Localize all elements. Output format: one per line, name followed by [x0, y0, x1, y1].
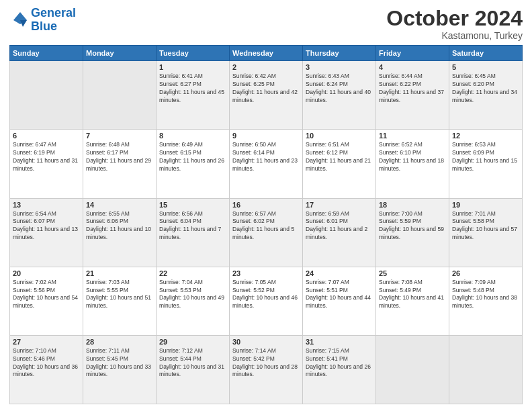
day-number: 12	[452, 132, 519, 140]
day-number: 4	[379, 63, 446, 71]
calendar-week-row: 1Sunrise: 6:41 AM Sunset: 6:27 PM Daylig…	[10, 61, 523, 130]
day-info: Sunrise: 7:09 AM Sunset: 5:48 PM Dayligh…	[452, 279, 519, 311]
table-row	[376, 335, 449, 404]
day-info: Sunrise: 6:49 AM Sunset: 6:15 PM Dayligh…	[159, 141, 226, 173]
day-info: Sunrise: 7:05 AM Sunset: 5:52 PM Dayligh…	[232, 279, 300, 311]
table-row: 8Sunrise: 6:49 AM Sunset: 6:15 PM Daylig…	[157, 130, 230, 198]
calendar-week-row: 27Sunrise: 7:10 AM Sunset: 5:46 PM Dayli…	[10, 335, 523, 404]
day-number: 21	[86, 269, 153, 277]
calendar-header-row: Sunday Monday Tuesday Wednesday Thursday…	[10, 46, 523, 61]
day-number: 30	[232, 338, 300, 346]
calendar-week-row: 13Sunrise: 6:54 AM Sunset: 6:07 PM Dayli…	[10, 198, 523, 267]
day-info: Sunrise: 7:08 AM Sunset: 5:49 PM Dayligh…	[379, 279, 446, 311]
day-info: Sunrise: 6:53 AM Sunset: 6:09 PM Dayligh…	[452, 141, 519, 173]
table-row: 30Sunrise: 7:14 AM Sunset: 5:42 PM Dayli…	[230, 335, 303, 404]
header-saturday: Saturday	[449, 46, 523, 61]
table-row: 15Sunrise: 6:56 AM Sunset: 6:04 PM Dayli…	[157, 198, 230, 267]
day-info: Sunrise: 6:43 AM Sunset: 6:24 PM Dayligh…	[306, 73, 373, 105]
day-info: Sunrise: 7:14 AM Sunset: 5:42 PM Dayligh…	[232, 347, 300, 379]
table-row: 2Sunrise: 6:42 AM Sunset: 6:25 PM Daylig…	[230, 61, 303, 130]
table-row: 19Sunrise: 7:01 AM Sunset: 5:58 PM Dayli…	[449, 198, 523, 267]
day-info: Sunrise: 6:42 AM Sunset: 6:25 PM Dayligh…	[232, 73, 300, 105]
table-row: 4Sunrise: 6:44 AM Sunset: 6:22 PM Daylig…	[376, 61, 449, 130]
day-number: 11	[379, 132, 446, 140]
day-number: 14	[86, 201, 153, 209]
day-number: 25	[379, 269, 446, 277]
day-info: Sunrise: 7:15 AM Sunset: 5:41 PM Dayligh…	[306, 347, 373, 379]
table-row: 7Sunrise: 6:48 AM Sunset: 6:17 PM Daylig…	[83, 130, 157, 198]
logo: General Blue	[9, 7, 76, 34]
day-info: Sunrise: 6:56 AM Sunset: 6:04 PM Dayligh…	[159, 210, 226, 242]
day-info: Sunrise: 6:50 AM Sunset: 6:14 PM Dayligh…	[232, 141, 300, 173]
calendar-table: Sunday Monday Tuesday Wednesday Thursday…	[9, 45, 523, 404]
table-row: 12Sunrise: 6:53 AM Sunset: 6:09 PM Dayli…	[449, 130, 523, 198]
day-number: 10	[306, 132, 373, 140]
logo-icon	[9, 11, 28, 30]
logo-line1: General	[31, 6, 76, 19]
header-wednesday: Wednesday	[230, 46, 303, 61]
calendar-week-row: 20Sunrise: 7:02 AM Sunset: 5:56 PM Dayli…	[10, 267, 523, 335]
day-number: 5	[452, 63, 519, 71]
header-friday: Friday	[376, 46, 449, 61]
day-info: Sunrise: 7:00 AM Sunset: 5:59 PM Dayligh…	[379, 210, 446, 242]
calendar-week-row: 6Sunrise: 6:47 AM Sunset: 6:19 PM Daylig…	[10, 130, 523, 198]
header-monday: Monday	[83, 46, 157, 61]
day-info: Sunrise: 6:41 AM Sunset: 6:27 PM Dayligh…	[159, 73, 226, 105]
table-row: 3Sunrise: 6:43 AM Sunset: 6:24 PM Daylig…	[303, 61, 376, 130]
table-row: 26Sunrise: 7:09 AM Sunset: 5:48 PM Dayli…	[449, 267, 523, 335]
day-number: 8	[159, 132, 226, 140]
table-row: 20Sunrise: 7:02 AM Sunset: 5:56 PM Dayli…	[10, 267, 83, 335]
day-info: Sunrise: 6:47 AM Sunset: 6:19 PM Dayligh…	[13, 141, 80, 173]
day-info: Sunrise: 7:11 AM Sunset: 5:45 PM Dayligh…	[86, 347, 153, 379]
day-info: Sunrise: 6:45 AM Sunset: 6:20 PM Dayligh…	[452, 73, 519, 105]
table-row: 23Sunrise: 7:05 AM Sunset: 5:52 PM Dayli…	[230, 267, 303, 335]
title-block: October 2024 Kastamonu, Turkey	[386, 7, 523, 41]
table-row: 29Sunrise: 7:12 AM Sunset: 5:44 PM Dayli…	[157, 335, 230, 404]
header: General Blue October 2024 Kastamonu, Tur…	[9, 7, 523, 41]
day-info: Sunrise: 7:07 AM Sunset: 5:51 PM Dayligh…	[306, 279, 373, 311]
day-info: Sunrise: 7:02 AM Sunset: 5:56 PM Dayligh…	[13, 279, 80, 311]
day-info: Sunrise: 6:54 AM Sunset: 6:07 PM Dayligh…	[13, 210, 80, 242]
day-number: 23	[232, 269, 300, 277]
day-info: Sunrise: 6:48 AM Sunset: 6:17 PM Dayligh…	[86, 141, 153, 173]
table-row: 5Sunrise: 6:45 AM Sunset: 6:20 PM Daylig…	[449, 61, 523, 130]
day-info: Sunrise: 6:59 AM Sunset: 6:01 PM Dayligh…	[306, 210, 373, 242]
day-number: 2	[232, 63, 300, 71]
day-info: Sunrise: 7:12 AM Sunset: 5:44 PM Dayligh…	[159, 347, 226, 379]
day-number: 9	[232, 132, 300, 140]
day-number: 19	[452, 201, 519, 209]
day-info: Sunrise: 7:03 AM Sunset: 5:55 PM Dayligh…	[86, 279, 153, 311]
table-row: 14Sunrise: 6:55 AM Sunset: 6:06 PM Dayli…	[83, 198, 157, 267]
table-row: 27Sunrise: 7:10 AM Sunset: 5:46 PM Dayli…	[10, 335, 83, 404]
table-row: 9Sunrise: 6:50 AM Sunset: 6:14 PM Daylig…	[230, 130, 303, 198]
day-number: 18	[379, 201, 446, 209]
day-number: 16	[232, 201, 300, 209]
day-info: Sunrise: 7:01 AM Sunset: 5:58 PM Dayligh…	[452, 210, 519, 242]
day-number: 15	[159, 201, 226, 209]
table-row: 18Sunrise: 7:00 AM Sunset: 5:59 PM Dayli…	[376, 198, 449, 267]
page: General Blue October 2024 Kastamonu, Tur…	[0, 0, 532, 411]
day-info: Sunrise: 7:04 AM Sunset: 5:53 PM Dayligh…	[159, 279, 226, 311]
day-number: 24	[306, 269, 373, 277]
header-tuesday: Tuesday	[157, 46, 230, 61]
day-number: 22	[159, 269, 226, 277]
day-number: 20	[13, 269, 80, 277]
table-row: 11Sunrise: 6:52 AM Sunset: 6:10 PM Dayli…	[376, 130, 449, 198]
day-number: 17	[306, 201, 373, 209]
day-number: 1	[159, 63, 226, 71]
table-row: 24Sunrise: 7:07 AM Sunset: 5:51 PM Dayli…	[303, 267, 376, 335]
table-row: 17Sunrise: 6:59 AM Sunset: 6:01 PM Dayli…	[303, 198, 376, 267]
table-row: 31Sunrise: 7:15 AM Sunset: 5:41 PM Dayli…	[303, 335, 376, 404]
day-info: Sunrise: 7:10 AM Sunset: 5:46 PM Dayligh…	[13, 347, 80, 379]
table-row: 21Sunrise: 7:03 AM Sunset: 5:55 PM Dayli…	[83, 267, 157, 335]
table-row: 1Sunrise: 6:41 AM Sunset: 6:27 PM Daylig…	[157, 61, 230, 130]
day-number: 3	[306, 63, 373, 71]
day-info: Sunrise: 6:51 AM Sunset: 6:12 PM Dayligh…	[306, 141, 373, 173]
month-title: October 2024	[386, 7, 523, 30]
day-number: 6	[13, 132, 80, 140]
table-row: 6Sunrise: 6:47 AM Sunset: 6:19 PM Daylig…	[10, 130, 83, 198]
day-number: 7	[86, 132, 153, 140]
table-row	[10, 61, 83, 130]
day-number: 28	[86, 338, 153, 346]
subtitle: Kastamonu, Turkey	[386, 30, 523, 41]
